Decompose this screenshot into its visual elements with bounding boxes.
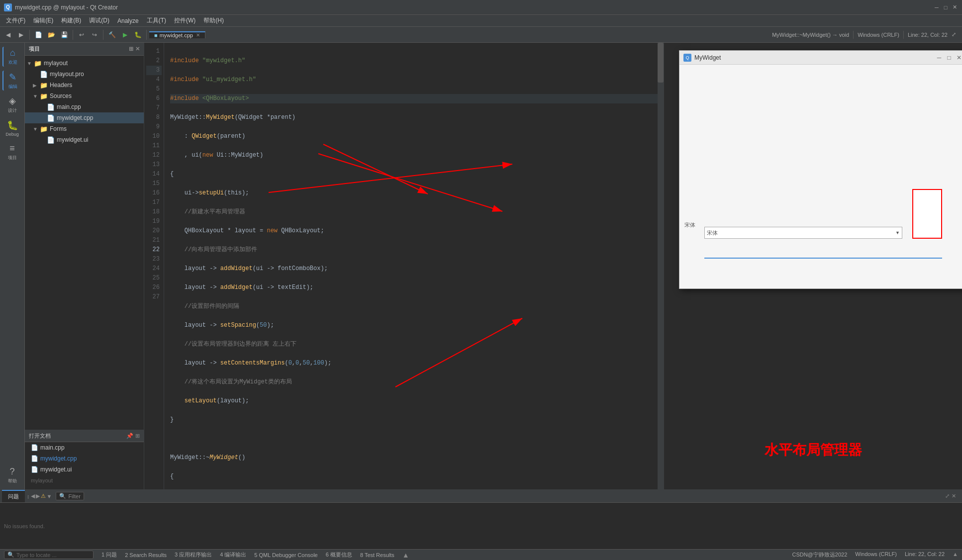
bottom-panel: 问题 ↕ ◀ ▶ ⚠ ▼ 🔍 Filter ⤢ ✕ No issues foun… (0, 489, 962, 549)
prev-icon[interactable]: ◀ (31, 493, 35, 499)
close-bottom-icon[interactable]: ✕ (952, 493, 956, 499)
tree-forms[interactable]: ▼ 📁 Forms (25, 123, 144, 134)
toolbar-undo[interactable]: ↩ (76, 29, 88, 41)
font-combo-box[interactable]: 宋体 ▼ (704, 227, 902, 239)
docs-pin-icon[interactable]: 📌 (126, 433, 133, 439)
next-icon[interactable]: ▶ (36, 493, 40, 499)
status-search[interactable]: 2 Search Results (125, 552, 167, 558)
menu-tools[interactable]: 工具(T) (143, 15, 170, 26)
menu-file[interactable]: 文件(F) (2, 15, 29, 26)
tree-sources[interactable]: ▼ 📁 Sources (25, 91, 144, 101)
toolbar-back[interactable]: ◀ (2, 29, 14, 41)
function-breadcrumb: MyWidget::~MyWidget() → void (772, 32, 849, 38)
menu-build[interactable]: 构建(B) (57, 15, 85, 26)
toolbar-run[interactable]: ▶ (119, 29, 131, 41)
code-line-17: layout -> setContentsMargins(0,0,50,100)… (170, 359, 658, 368)
activity-help[interactable]: ? 帮助 (2, 466, 22, 485)
toolbar-separator-3 (103, 30, 103, 40)
activity-design[interactable]: ◈ 设计 (2, 94, 22, 114)
doc-main-cpp-label: main.cpp (40, 444, 65, 451)
expand-btn[interactable]: ⤢ (952, 31, 956, 38)
tree-pro-file[interactable]: 📄 mylayout.pro (25, 69, 144, 80)
toolbar-debug-run[interactable]: 🐛 (132, 29, 144, 41)
mywidget-titlebar: Q MyWidget ─ □ ✕ (679, 51, 962, 65)
line-num-13: 13 (146, 160, 162, 170)
text-edit-widget[interactable] (912, 189, 942, 239)
doc-main-cpp[interactable]: 📄 main.cpp (25, 442, 144, 453)
tree-mywidget-cpp-label: mywidget.cpp (57, 114, 93, 121)
toolbar-build[interactable]: 🔨 (106, 29, 118, 41)
locate-search-box[interactable]: 🔍 Type to locate ... (4, 551, 94, 559)
folder-icon: 📁 (40, 82, 48, 89)
help-icon: ? (9, 467, 14, 477)
menu-controls[interactable]: 控件(W) (170, 15, 199, 26)
status-app-output[interactable]: 3 应用程序输出 (175, 551, 212, 559)
status-problems[interactable]: 1 问题 (101, 551, 117, 559)
bottom-tab-problems[interactable]: 问题 (2, 490, 25, 502)
line-num-25: 25 (146, 274, 162, 283)
code-line-14: //设置部件间的间隔 (170, 302, 658, 311)
tree-root[interactable]: ▼ 📁 mylayout (25, 58, 144, 69)
status-qml[interactable]: 5 QML Debugger Console (254, 552, 317, 558)
warning-icon: ⚠ (41, 493, 46, 499)
toolbar-new[interactable]: 📄 (32, 29, 44, 41)
status-up-icon[interactable]: ▲ (402, 551, 409, 559)
status-user: CSDN@宁静致远2022 (792, 551, 847, 559)
toolbar-redo[interactable]: ↪ (89, 29, 100, 41)
toolbar-save[interactable]: 💾 (58, 29, 70, 41)
close-button[interactable]: ✕ (951, 4, 958, 11)
bottom-empty-label: No issues found. (4, 523, 45, 529)
doc-mywidget-cpp[interactable]: 📄 mywidget.cpp (25, 453, 144, 464)
doc-icon: 📄 (31, 455, 38, 462)
folder-icon: 📁 (40, 125, 48, 133)
doc-mywidget-cpp-label: mywidget.cpp (40, 455, 77, 462)
tree-mywidget-ui[interactable]: 📄 mywidget.ui (25, 134, 144, 145)
status-compile[interactable]: 4 编译输出 (220, 551, 246, 559)
sort-icon[interactable]: ↕ (27, 493, 30, 499)
menu-help[interactable]: 帮助(H) (199, 15, 228, 26)
tree-mywidget-cpp[interactable]: 📄 mywidget.cpp (25, 112, 144, 123)
minimize-button[interactable]: ─ (933, 4, 940, 11)
side-filter-icon[interactable]: ⊞ (129, 46, 133, 52)
menu-edit[interactable]: 编辑(E) (29, 15, 57, 26)
toolbar-forward[interactable]: ▶ (15, 29, 27, 41)
encoding-label: Windows (CRLF) (858, 32, 899, 38)
code-scrollbar-thumb[interactable] (658, 43, 664, 83)
tree-main-cpp[interactable]: 📄 main.cpp (25, 101, 144, 112)
maximize-button[interactable]: □ (942, 4, 949, 11)
side-panel-header: 项目 ⊞ ✕ (25, 43, 144, 56)
line-num-6: 6 (146, 94, 162, 103)
status-test[interactable]: 8 Test Results (360, 552, 394, 558)
mywidget-min-button[interactable]: ─ (935, 54, 943, 62)
tree-headers[interactable]: ▶ 📁 Headers (25, 80, 144, 91)
mywidget-close-button[interactable]: ✕ (955, 54, 962, 62)
filter-icon[interactable]: ▼ (47, 493, 52, 499)
tab-mywidget-cpp[interactable]: ■ mywidget.cpp ✕ (149, 31, 205, 38)
activity-edit[interactable]: ✎ 编辑 (2, 71, 22, 91)
code-content[interactable]: #include "mywidget.h" #include "ui_mywid… (164, 43, 664, 489)
code-line-10: QHBoxLayout * layout = new QHBoxLayout; (170, 226, 658, 236)
code-line-1: #include "mywidget.h" (170, 56, 658, 66)
mywidget-max-button[interactable]: □ (945, 54, 953, 62)
font-combo-arrow: ▼ (895, 230, 900, 235)
tab-close-icon[interactable]: ✕ (196, 32, 200, 38)
status-position[interactable]: Line: 22, Col: 22 (905, 551, 945, 559)
side-panel-title: 项目 (29, 45, 40, 53)
code-scrollbar[interactable] (658, 43, 664, 489)
status-encoding[interactable]: Windows (CRLF) (855, 551, 897, 559)
activity-debug[interactable]: 🐛 Debug (2, 118, 22, 138)
status-up2-icon[interactable]: ▲ (953, 551, 958, 559)
expand-bottom-icon[interactable]: ⤢ (945, 493, 950, 499)
activity-project[interactable]: ≡ 项目 (2, 142, 22, 162)
activity-welcome[interactable]: ⌂ 欢迎 (2, 47, 22, 67)
status-overview[interactable]: 6 概要信息 (326, 551, 352, 559)
docs-split-icon[interactable]: ⊞ (135, 433, 140, 439)
mywidget-window[interactable]: Q MyWidget ─ □ ✕ 宋体 ▼ 宋体 (679, 50, 962, 289)
cpp-icon: 📄 (47, 114, 55, 122)
menu-analyze[interactable]: Analyze (113, 16, 143, 25)
line-num-24: 24 (146, 264, 162, 274)
toolbar-open[interactable]: 📂 (45, 29, 57, 41)
menu-debug[interactable]: 调试(D) (85, 15, 113, 26)
side-close-icon[interactable]: ✕ (135, 46, 140, 52)
doc-mywidget-ui[interactable]: 📄 mywidget.ui (25, 464, 144, 475)
